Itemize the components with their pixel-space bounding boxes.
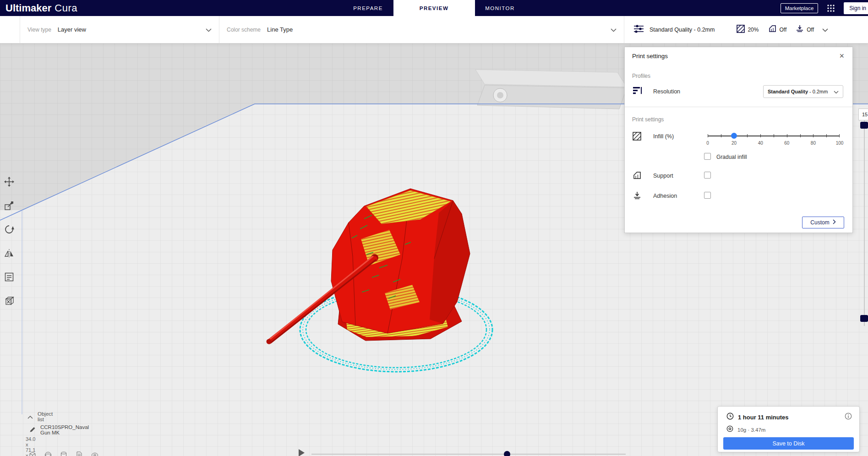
support-icon <box>633 171 641 181</box>
color-scheme-dropdown[interactable]: Color scheme Line Type <box>219 16 624 43</box>
brand-ultimaker: Ultimaker <box>5 2 51 14</box>
color-scheme-label: Color scheme <box>227 27 261 33</box>
infill-label: Infill (%) <box>653 133 674 140</box>
tab-preview[interactable]: PREVIEW <box>393 0 475 16</box>
shape-torus-icon[interactable] <box>91 451 99 456</box>
view-type-value: Layer view <box>58 26 86 33</box>
panel-divider <box>625 107 852 107</box>
chevron-down-icon <box>822 26 828 34</box>
chevron-down-icon <box>206 26 212 34</box>
resolution-dropdown[interactable]: Standard Quality - 0.2mm <box>763 85 843 98</box>
mirror-tool-icon[interactable] <box>3 247 16 260</box>
app-header: Ultimaker Cura PREPARE PREVIEW MONITOR M… <box>0 0 868 16</box>
adhesion-icon <box>796 25 804 34</box>
brand-cura: Cura <box>55 2 77 14</box>
filament-spool-icon <box>726 425 733 434</box>
support-checkbox[interactable] <box>704 172 711 179</box>
save-to-disk-button[interactable]: Save to Disk <box>723 437 854 450</box>
output-estimate-card: 1 hour 11 minutes 10g · 3.47m Save to Di… <box>717 406 860 452</box>
chevron-up-icon <box>27 413 33 421</box>
profiles-section-label: Profiles <box>632 73 650 79</box>
object-list-header[interactable]: Object list <box>27 411 53 422</box>
view-toolbar: View type Layer view Color scheme Line T… <box>0 16 868 43</box>
print-settings-section-label: Print settings <box>632 116 664 123</box>
layer-slider-top-handle[interactable] <box>860 122 868 129</box>
gradual-infill-label: Gradual infill <box>716 154 747 160</box>
object-name: CCR10SPRO_Naval Gun MK <box>40 424 89 435</box>
support-blocker-icon[interactable] <box>3 294 16 307</box>
profile-summary-text: Standard Quality - 0.2mm <box>650 27 715 33</box>
support-label: Support <box>653 173 673 179</box>
sliders-icon <box>633 24 644 35</box>
layer-number-value: 15 <box>862 112 868 117</box>
view-type-label: View type <box>27 27 51 33</box>
layer-slider-track[interactable] <box>864 120 865 326</box>
header-right: Marketplace Sign in <box>781 2 868 15</box>
applications-grid-icon[interactable] <box>824 2 837 15</box>
tick-label-0: 0 <box>706 141 709 146</box>
tab-prepare[interactable]: PREPARE <box>343 0 393 16</box>
tick-label-60: 60 <box>784 141 789 146</box>
color-scheme-value: Line Type <box>267 26 293 33</box>
print-settings-summary[interactable]: Standard Quality - 0.2mm 20% Off Off <box>624 16 868 43</box>
print-settings-title: Print settings <box>632 53 668 60</box>
time-estimate: 1 hour 11 minutes <box>738 414 789 421</box>
print-settings-panel: Print settings × Profiles Resolution Sta… <box>624 47 853 233</box>
sign-in-button[interactable]: Sign in <box>844 2 868 14</box>
object-list-item[interactable]: CCR10SPRO_Naval Gun MK <box>29 424 89 435</box>
chevron-right-icon <box>833 219 836 226</box>
tick-label-80: 80 <box>811 141 816 146</box>
chevron-down-icon <box>834 87 839 96</box>
per-model-settings-icon[interactable] <box>3 271 16 283</box>
infill-slider[interactable]: 0 20 40 60 80 100 <box>708 132 840 147</box>
tool-sidebar <box>3 175 19 307</box>
adhesion-label: Adhesion <box>653 193 677 199</box>
marketplace-button[interactable]: Marketplace <box>781 3 819 13</box>
resolution-icon <box>633 86 642 97</box>
tick-label-100: 100 <box>836 141 844 146</box>
material-estimate-row: 10g · 3.47m <box>726 425 765 434</box>
adhesion-icon <box>633 191 641 201</box>
adhesion-checkbox[interactable] <box>704 192 711 199</box>
resolution-label: Resolution <box>653 88 680 95</box>
bottom-left-icons <box>28 451 99 456</box>
tick-label-20: 20 <box>732 141 737 146</box>
simulation-slider-handle[interactable] <box>504 451 510 456</box>
infill-summary-value: 20% <box>748 27 759 33</box>
gradual-infill-checkbox[interactable] <box>704 153 711 160</box>
chevron-down-icon <box>611 26 617 34</box>
app-logo: Ultimaker Cura <box>5 2 77 14</box>
material-estimate: 10g · 3.47m <box>737 427 765 433</box>
stage-tabs: PREPARE PREVIEW MONITOR <box>343 0 525 16</box>
infill-icon <box>633 132 641 142</box>
clock-icon <box>726 413 734 422</box>
shape-document-icon[interactable] <box>75 451 83 456</box>
info-icon[interactable] <box>845 413 852 422</box>
rotate-tool-icon[interactable] <box>3 223 16 236</box>
custom-settings-button[interactable]: Custom <box>802 217 844 228</box>
move-tool-icon[interactable] <box>3 175 16 188</box>
shape-cylinder-icon[interactable] <box>60 451 68 456</box>
tab-monitor[interactable]: MONITOR <box>475 0 525 16</box>
play-simulation-icon[interactable] <box>299 449 305 456</box>
shape-sphere-icon[interactable] <box>44 451 52 456</box>
support-summary-value: Off <box>779 27 786 33</box>
object-list-title: Object list <box>38 411 53 422</box>
scale-tool-icon[interactable] <box>3 199 16 212</box>
pencil-icon <box>29 426 36 434</box>
shape-cube-icon[interactable] <box>28 451 37 456</box>
infill-slider-handle[interactable] <box>731 133 737 139</box>
infill-icon <box>737 25 745 35</box>
printer-gantry <box>475 70 627 109</box>
view-type-dropdown[interactable]: View type Layer view <box>20 16 219 43</box>
resolution-value: Standard Quality - 0.2mm <box>768 89 828 94</box>
close-icon[interactable]: × <box>837 50 846 62</box>
time-estimate-row: 1 hour 11 minutes <box>726 413 789 422</box>
layer-number-box[interactable]: 15 <box>858 109 868 120</box>
layer-slider-bottom-handle[interactable] <box>860 315 868 322</box>
simulation-slider-track[interactable] <box>311 454 626 455</box>
tick-label-40: 40 <box>758 141 763 146</box>
adhesion-summary-value: Off <box>807 27 814 33</box>
support-icon <box>769 25 776 34</box>
